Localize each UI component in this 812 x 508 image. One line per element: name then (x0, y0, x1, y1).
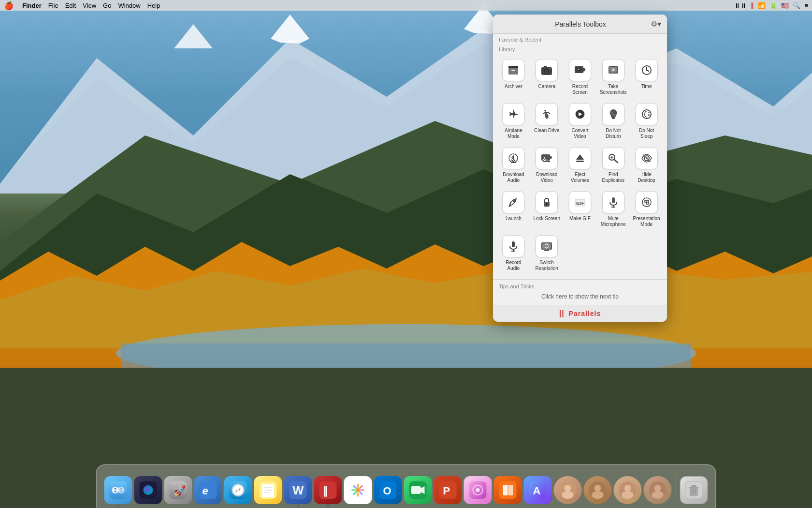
svg-point-141 (594, 485, 601, 492)
tools-grid: Archiver Camera (493, 53, 667, 277)
convert-video-icon (569, 103, 591, 125)
tool-convert-video[interactable]: Convert Video (564, 99, 597, 143)
dock-item-books[interactable] (494, 476, 522, 504)
tool-find-duplicates[interactable]: Find Duplicates (596, 143, 630, 187)
tool-do-not-sleep[interactable]: Do Not Sleep (630, 99, 663, 143)
svg-text:🚀: 🚀 (174, 485, 186, 496)
dock-item-photos[interactable] (344, 476, 372, 504)
panel-footer: || Parallels (493, 305, 667, 322)
dock-item-notes[interactable] (254, 476, 282, 504)
tool-archiver[interactable]: Archiver (497, 55, 530, 99)
svg-point-139 (562, 491, 574, 499)
dock-item-trash[interactable] (680, 476, 708, 504)
dock-item-word[interactable]: W (284, 476, 312, 504)
tool-presentation-mode[interactable]: Presentation Mode (630, 187, 663, 231)
make-gif-label: Make GIF (569, 216, 591, 222)
battery-icon[interactable]: 🔋 (769, 2, 777, 9)
dock-item-outlook[interactable]: O (374, 476, 402, 504)
svg-rect-16 (511, 70, 515, 71)
tool-take-screenshots[interactable]: Take Screenshots (596, 55, 630, 99)
svg-text:W: W (293, 484, 304, 497)
dock-item-facetime[interactable] (404, 476, 432, 504)
svg-point-113 (356, 488, 360, 492)
mute-microphone-label: Mute Microphone (599, 216, 627, 227)
svg-point-147 (654, 485, 661, 492)
tool-camera[interactable]: Camera (530, 55, 564, 99)
tool-lock-screen[interactable]: Lock Screen (530, 187, 564, 231)
menubar: 🍎 Finder File Edit View Go Window Help ⏸… (0, 0, 812, 11)
menu-help[interactable]: Help (147, 2, 160, 9)
camera-icon (536, 59, 558, 81)
svg-rect-40 (611, 117, 615, 118)
hide-desktop-label: Hide Desktop (633, 172, 661, 183)
svg-rect-125 (411, 486, 421, 494)
svg-text:O: O (383, 485, 392, 497)
record-screen-label: Record Screen (566, 84, 594, 95)
dock-item-ie[interactable]: e (194, 476, 222, 504)
svg-rect-133 (503, 485, 508, 495)
tool-launch[interactable]: Launch (497, 187, 530, 231)
tool-hide-desktop[interactable]: Hide Desktop (630, 143, 663, 187)
menu-window[interactable]: Window (118, 2, 140, 9)
svg-rect-56 (576, 161, 584, 162)
dock-item-launchpad[interactable]: 🚀 (164, 476, 192, 504)
svg-marker-55 (576, 154, 584, 160)
do-not-sleep-label: Do Not Sleep (633, 128, 661, 139)
archiver-icon (502, 59, 524, 81)
record-audio-label: Record Audio (499, 260, 527, 271)
tool-clean-drive[interactable]: Clean Drive (530, 99, 564, 143)
gear-icon: ⚙▾ (651, 19, 661, 29)
dock-item-contact3[interactable] (614, 476, 642, 504)
notification-icon[interactable]: ≡ (804, 2, 808, 9)
tips-next-button[interactable]: Click here to show the next tip (493, 291, 667, 305)
svg-point-87 (115, 488, 116, 490)
tool-airplane-mode[interactable]: Airplane Mode (497, 99, 530, 143)
tool-time[interactable]: Time (630, 55, 663, 99)
svg-rect-82 (544, 250, 549, 251)
tool-make-gif[interactable]: GIF Make GIF (564, 187, 597, 231)
panel-settings-button[interactable]: ⚙▾ (651, 19, 661, 29)
parallels-active-icon[interactable]: ∥ (751, 2, 754, 9)
tool-download-video[interactable]: Download Video (530, 143, 564, 187)
svg-point-36 (646, 70, 647, 71)
dock-item-safari[interactable] (224, 476, 252, 504)
tool-mute-microphone[interactable]: Mute Microphone (596, 187, 630, 231)
search-icon[interactable]: 🔍 (793, 2, 800, 9)
dock-item-contact2[interactable] (584, 476, 612, 504)
dock-item-itunes[interactable] (464, 476, 492, 504)
dock-item-parallels[interactable]: ∥ (314, 476, 342, 504)
menu-go[interactable]: Go (103, 2, 111, 9)
tool-switch-resolution[interactable]: Switch Resolution (530, 231, 564, 275)
svg-point-145 (622, 491, 634, 499)
svg-rect-22 (544, 66, 547, 68)
menu-edit[interactable]: Edit (65, 2, 76, 9)
dock-item-appstore[interactable]: A (524, 476, 552, 504)
apple-menu[interactable]: 🍎 (4, 1, 14, 10)
tool-do-not-disturb[interactable]: Do Not Disturb (596, 99, 630, 143)
tool-record-screen[interactable]: Record Screen (564, 55, 597, 99)
dock-item-finder[interactable] (104, 476, 132, 504)
app-name[interactable]: Finder (22, 2, 42, 9)
dock-item-contact4[interactable] (644, 476, 672, 504)
presentation-mode-icon (636, 191, 658, 213)
dock-item-contact1[interactable] (554, 476, 582, 504)
airplane-mode-icon (502, 103, 524, 125)
tool-record-audio[interactable]: Record Audio (497, 231, 530, 275)
menu-view[interactable]: View (83, 2, 96, 9)
menu-file[interactable]: File (48, 2, 58, 9)
finder-dot (117, 505, 119, 507)
dock-item-siri[interactable] (134, 476, 162, 504)
launch-label: Launch (506, 216, 522, 222)
tool-eject-volumes[interactable]: Eject Volumes (564, 143, 597, 187)
take-screenshots-label: Take Screenshots (599, 84, 627, 95)
flag-icon[interactable]: 🇺🇸 (781, 2, 789, 9)
time-label: Time (641, 84, 652, 90)
archiver-label: Archiver (505, 84, 522, 90)
record-audio-icon (502, 235, 524, 257)
wifi-icon[interactable]: 📶 (758, 2, 766, 9)
dock-item-powerpoint[interactable]: P (434, 476, 462, 504)
parallels-menubar-icon[interactable]: ⏸⏸ (734, 2, 747, 9)
tool-download-audio[interactable]: Download Audio (497, 143, 530, 187)
do-not-sleep-icon (636, 103, 658, 125)
presentation-mode-label: Presentation Mode (633, 216, 661, 227)
